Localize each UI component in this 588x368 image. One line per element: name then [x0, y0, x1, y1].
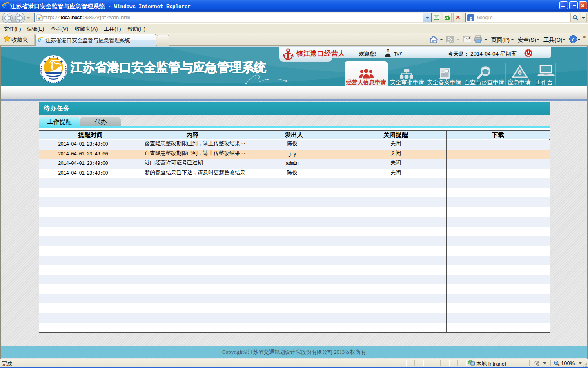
svg-text:?: ?	[572, 36, 575, 42]
